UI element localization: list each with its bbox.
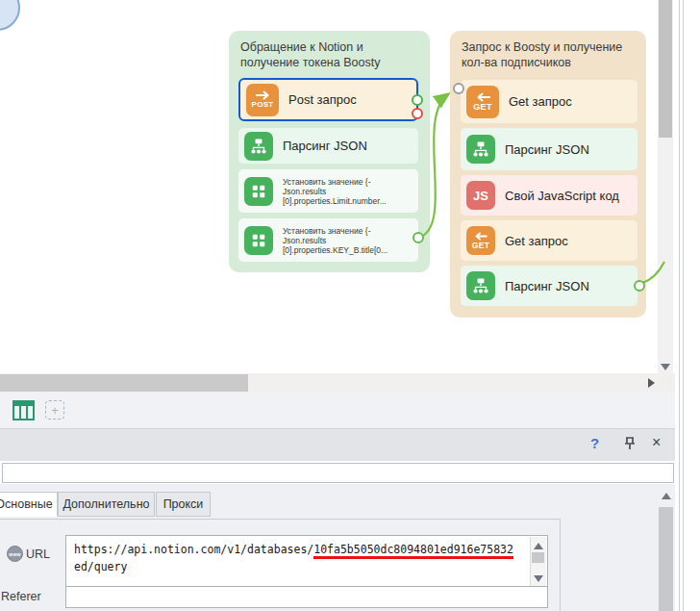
scroll-up-icon[interactable] (534, 543, 543, 549)
workflow-canvas[interactable]: Обращение к Notion и получение токена Bo… (0, 0, 700, 373)
url-label: URL (26, 547, 50, 561)
node-js-code[interactable]: JS Свой JavaScript код (461, 175, 638, 216)
canvas-vscrollbar[interactable] (658, 0, 673, 373)
close-icon[interactable]: × (652, 434, 661, 451)
json-parse-icon (466, 271, 495, 300)
tab-advanced[interactable]: Дополнительно (58, 492, 155, 517)
scroll-up-icon[interactable] (662, 493, 671, 499)
node-label: Post запрос (288, 92, 357, 107)
get-request-icon: GET (466, 86, 499, 118)
table-view-icon[interactable] (12, 400, 35, 420)
url-textarea[interactable]: https://api.notion.com/v1/databases/10fa… (65, 535, 548, 590)
scrollbar-thumb[interactable] (532, 552, 544, 563)
node-label: Get запрос (505, 234, 568, 248)
node-label: Парсинг JSON (505, 142, 589, 157)
set-value-icon (244, 226, 273, 255)
get-request-icon: GET (466, 226, 495, 255)
json-parse-icon (466, 135, 495, 164)
group-title: Обращение к Notion и получение токена Bo… (240, 39, 418, 70)
node-get-request-2[interactable]: GET Get запрос (461, 220, 638, 261)
node-label: Установить значение {- Json.results [0].… (283, 226, 388, 255)
node-label: Парсинг JSON (505, 279, 589, 293)
scrollbar-thumb[interactable] (659, 0, 672, 138)
javascript-icon: JS (466, 181, 495, 210)
scroll-right-icon[interactable] (648, 378, 655, 388)
node-label: Get запрос (509, 94, 572, 109)
bottom-toolbar: + ... (0, 393, 675, 429)
panel-vscrollbar[interactable] (658, 488, 674, 611)
node-set-value-limit[interactable]: Установить значение {- Json.results [0].… (238, 169, 418, 213)
set-value-icon (244, 177, 273, 206)
properties-panel-header: ? × (0, 428, 675, 461)
node-label: Свой JavaScript код (505, 189, 619, 203)
window-splitter[interactable] (675, 0, 700, 611)
post-request-icon: POST (246, 84, 279, 116)
node-parse-json-3[interactable]: Парсинг JSON (461, 266, 638, 306)
arrow-right-icon (256, 90, 270, 100)
properties-panel-body: Основные Дополнительно Прокси www URL ht… (0, 484, 675, 611)
url-value-line1: https://api.notion.com/v1/databases/10fa… (74, 541, 513, 558)
node-group-notion[interactable]: Обращение к Notion и получение токена Bo… (229, 31, 430, 272)
group-title: Запрос к Boosty и получение кол-ва подпи… (462, 39, 635, 70)
tab-basic[interactable]: Основные (0, 492, 58, 517)
arrow-left-icon (474, 232, 488, 241)
scroll-down-icon[interactable] (534, 575, 543, 582)
node-get-request-1[interactable]: GET Get запрос (461, 80, 638, 123)
url-value-line2: ed/query (74, 558, 127, 575)
textarea-scrollbar[interactable] (530, 537, 546, 588)
node-post-request[interactable]: POST Post запрос (238, 78, 418, 121)
panel-text-input[interactable] (2, 463, 674, 483)
node-bubble-partial (0, 0, 20, 31)
url-highlighted-id: 10fa5b5050dc8094801ed916e75832 (313, 543, 513, 559)
referer-label: Referer (1, 590, 41, 603)
scroll-down-icon[interactable] (661, 364, 670, 370)
help-button[interactable]: ? (590, 435, 599, 451)
scrollbar-thumb[interactable] (659, 507, 673, 611)
json-parse-icon (244, 132, 273, 161)
node-group-boosty[interactable]: Запрос к Boosty и получение кол-ва подпи… (450, 31, 646, 318)
referer-input[interactable] (65, 586, 548, 608)
add-element-icon[interactable]: + (45, 400, 64, 420)
node-parse-json-2[interactable]: Парсинг JSON (461, 128, 638, 170)
node-label: Установить значение {- Json.results [0].… (283, 177, 387, 206)
www-globe-icon: www (7, 546, 23, 562)
scrollbar-thumb[interactable] (0, 374, 248, 392)
node-set-value-key[interactable]: Установить значение {- Json.results [0].… (238, 218, 418, 262)
pin-icon[interactable] (623, 436, 637, 450)
node-label: Парсинг JSON (283, 139, 367, 153)
tab-proxy[interactable]: Прокси (156, 492, 211, 517)
canvas-hscrollbar[interactable] (0, 373, 675, 393)
arrow-left-icon (476, 92, 490, 102)
node-parse-json-1[interactable]: Парсинг JSON (238, 128, 418, 164)
